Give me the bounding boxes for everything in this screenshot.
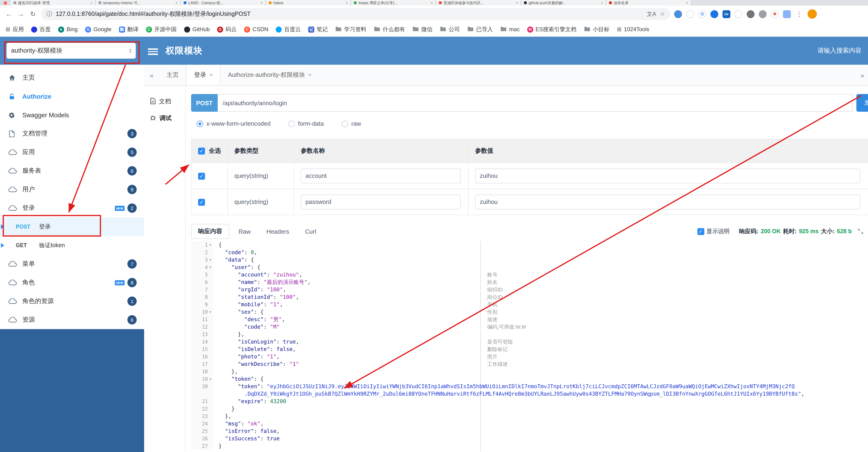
show-desc-checkbox[interactable]: ✓ xyxy=(697,228,704,235)
browser-tab[interactable]: habos× xyxy=(266,0,351,6)
extension-icon[interactable] xyxy=(759,10,767,18)
tab-close-icon[interactable]: × xyxy=(308,72,311,78)
sidebar-item-9[interactable]: 角色NEW8 xyxy=(0,273,144,292)
response-tab-Raw[interactable]: Raw xyxy=(232,225,257,238)
bookmark-item[interactable]: C开源中国 xyxy=(146,25,177,33)
back-icon[interactable]: ← xyxy=(5,10,13,18)
bookmark-star-icon[interactable]: ☆ xyxy=(660,11,665,17)
url-field[interactable]: ⓘ 127.0.0.1:8760/api/gate/doc.html#/auth… xyxy=(41,8,671,20)
fold-icon[interactable]: ▾ xyxy=(208,375,213,383)
bookmark-item[interactable]: MES搜索引擎文档 xyxy=(527,25,577,33)
sidebar-item-11[interactable]: 资源6 xyxy=(0,310,144,329)
tab-close-icon[interactable]: × xyxy=(90,1,93,5)
window-close-dot[interactable] xyxy=(4,1,7,4)
response-tab-Curl[interactable]: Curl xyxy=(299,225,323,238)
fold-icon[interactable]: ▾ xyxy=(208,241,213,249)
radio-x-www-form-urlencoded[interactable]: x-www-form-urlencoded xyxy=(197,120,271,127)
browser-tab[interactable]: 保存名录× xyxy=(606,0,691,6)
sidebar-item-5[interactable]: 服务表6 xyxy=(0,162,144,180)
bookmark-item[interactable]: 学习资料 xyxy=(335,25,366,33)
bookmark-item[interactable]: 百度云 xyxy=(276,25,301,33)
sidebar-item-2[interactable]: Swagger Models xyxy=(0,106,144,124)
more-menu-icon[interactable]: ⋮ xyxy=(795,10,803,18)
extension-icon[interactable] xyxy=(686,10,694,18)
google-icon[interactable]: G xyxy=(698,10,706,18)
docnav-debug[interactable]: 调试 xyxy=(144,110,185,126)
browser-tab[interactable]: LAND - Campus-权...× xyxy=(181,0,266,6)
browser-tab[interactable]: temporary-Interior 可...× xyxy=(96,0,181,6)
tab-close-icon[interactable]: × xyxy=(601,1,603,5)
response-code-editor[interactable]: 1▾{2 "code": 0,3▾ "data": {4▾ "user": {5… xyxy=(191,241,868,452)
bookmark-item[interactable]: mac xyxy=(500,26,520,33)
bookmark-item[interactable]: 什么都有 xyxy=(374,25,405,33)
bookmark-item[interactable]: 翻翻译 xyxy=(119,25,138,33)
bookmark-item[interactable]: ⊞应用 xyxy=(6,25,24,33)
bookmark-item[interactable]: GitHub xyxy=(184,26,210,33)
bookmark-item[interactable]: ⊞1024Tools xyxy=(617,26,650,33)
forward-icon[interactable]: → xyxy=(17,10,25,18)
bookmark-item[interactable]: GGoogle xyxy=(85,26,111,33)
menu-toggle-icon[interactable] xyxy=(148,47,158,56)
extension-icon[interactable] xyxy=(710,10,718,18)
extension-icon[interactable]: jsp xyxy=(722,10,731,18)
bookmark-item[interactable]: 百度 xyxy=(31,25,51,33)
sidebar-api-item[interactable]: POST登录 xyxy=(0,217,144,236)
sidebar-item-4[interactable]: 应用5 xyxy=(0,143,144,162)
extension-icon[interactable]: ✱ xyxy=(771,10,779,18)
module-select[interactable]: authority-权限模块 ▴▾ xyxy=(6,43,136,59)
bookmark-item[interactable]: 公司 xyxy=(440,25,460,33)
response-tab-响应内容[interactable]: 响应内容 xyxy=(191,224,229,239)
extension-icon[interactable] xyxy=(783,10,791,18)
extension-icon[interactable] xyxy=(674,10,682,18)
tab-close-icon[interactable]: × xyxy=(686,1,688,5)
browser-tab[interactable]: 建造2021副本 管理× xyxy=(11,0,96,6)
bookmark-item[interactable]: 小目标 xyxy=(584,25,610,33)
tab-close-icon[interactable]: × xyxy=(346,1,348,5)
search-input[interactable]: 请输入搜索内容 xyxy=(817,37,862,65)
tabs-collapse-icon[interactable]: « xyxy=(150,71,154,79)
content-tab[interactable]: 登录× xyxy=(186,65,221,85)
fold-icon[interactable]: ▾ xyxy=(208,256,213,263)
shield-icon[interactable] xyxy=(747,10,754,18)
content-tab[interactable]: Authorize-authority-权限模块× xyxy=(221,65,319,85)
bookmark-item[interactable]: bBing xyxy=(58,26,78,33)
radio-form-data[interactable]: form-data xyxy=(288,120,324,127)
fold-icon[interactable]: ▾ xyxy=(208,308,213,316)
docnav-doc[interactable]: 文档 xyxy=(144,93,185,110)
response-tab-Headers[interactable]: Headers xyxy=(260,225,296,238)
profile-avatar[interactable] xyxy=(808,9,817,19)
reload-icon[interactable]: ↻ xyxy=(29,10,37,18)
select-all-checkbox[interactable]: ✓ xyxy=(198,147,205,154)
sidebar-item-3[interactable]: 文档管理3 xyxy=(0,124,144,143)
site-info-icon[interactable]: ⓘ xyxy=(46,10,52,18)
url-text[interactable]: 127.0.0.1:8760/api/gate/doc.html#/author… xyxy=(56,10,643,18)
sidebar-api-item[interactable]: GET验证token xyxy=(0,236,144,255)
tab-close-icon[interactable]: × xyxy=(516,1,518,5)
sidebar-item-8[interactable]: 菜单7 xyxy=(0,255,144,273)
row-checkbox[interactable]: ✓ xyxy=(198,199,205,205)
sidebar-item-6[interactable]: 用户9 xyxy=(0,180,144,199)
content-tab[interactable]: 主页 xyxy=(159,65,186,85)
translate-icon[interactable]: 文A xyxy=(647,10,656,18)
param-value-input[interactable] xyxy=(475,194,860,209)
sidebar-item-1[interactable]: Authorize xyxy=(0,87,144,106)
extension-icon[interactable] xyxy=(735,10,742,18)
browser-tab[interactable]: #saas 博弈之争(分享)...× xyxy=(351,0,436,6)
param-value-input[interactable] xyxy=(475,168,860,183)
tabs-expand-icon[interactable]: » xyxy=(860,65,864,86)
sidebar-item-7[interactable]: 登录NEW2 xyxy=(0,199,144,217)
param-name-input[interactable] xyxy=(301,168,461,183)
sidebar-item-0[interactable]: 主页 xyxy=(0,68,144,87)
tab-close-icon[interactable]: × xyxy=(210,72,213,78)
param-name-input[interactable] xyxy=(301,194,461,209)
tab-close-icon[interactable]: × xyxy=(260,1,263,5)
bookmark-item[interactable]: CCSDN xyxy=(244,26,268,33)
tab-close-icon[interactable]: × xyxy=(431,1,433,5)
browser-tab[interactable]: github push失败的解...× xyxy=(521,0,606,6)
radio-raw[interactable]: raw xyxy=(341,120,361,127)
bookmark-item[interactable]: 记笔记 xyxy=(308,25,328,33)
bookmark-item[interactable]: 已导入 xyxy=(467,25,493,33)
send-button[interactable]: 发送 xyxy=(857,94,868,112)
fold-icon[interactable]: ▾ xyxy=(208,263,213,271)
bookmark-item[interactable]: 微信 xyxy=(412,25,432,33)
